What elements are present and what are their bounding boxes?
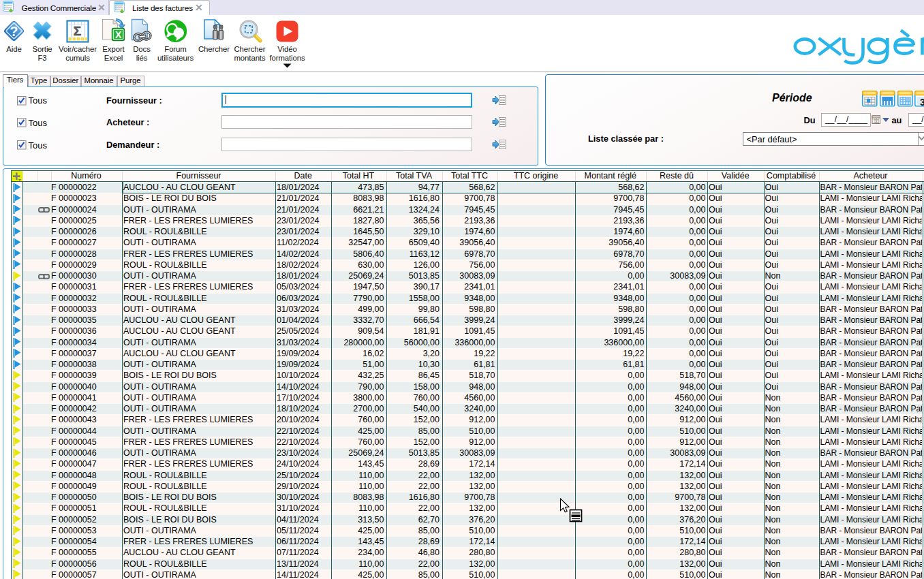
svg-text:X: X <box>115 29 122 40</box>
svg-text:?: ? <box>10 24 18 39</box>
svg-text:Σ: Σ <box>74 24 81 38</box>
svg-text:3: 3 <box>920 96 924 107</box>
